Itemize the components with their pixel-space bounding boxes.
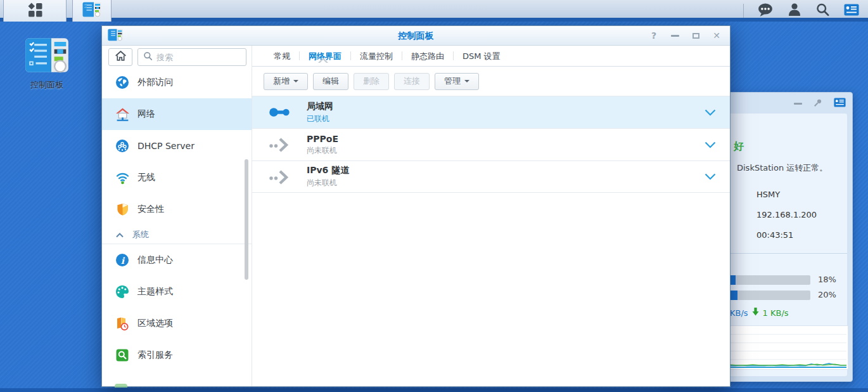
cpu-usage-bar xyxy=(719,275,810,285)
tab-traffic-control[interactable]: 流量控制 xyxy=(351,46,402,67)
search-icon[interactable] xyxy=(815,3,830,20)
chevron-up-icon xyxy=(116,228,124,240)
chevron-down-icon[interactable] xyxy=(705,109,716,116)
download-arrow-icon xyxy=(752,308,759,318)
caret-down-icon xyxy=(293,80,298,82)
dhcp-icon xyxy=(115,139,130,153)
sidebar-item-info-center[interactable]: i 信息中心 xyxy=(102,244,252,276)
interface-status: 尚未联机 xyxy=(307,178,349,188)
network-speed-row: KB/s 1 KB/s xyxy=(730,308,789,318)
download-speed-label: 1 KB/s xyxy=(763,308,789,318)
partial-next-item-icon xyxy=(115,384,127,388)
minimize-button[interactable] xyxy=(665,28,684,43)
main-menu-grid-icon xyxy=(28,3,42,20)
health-status: 好 xyxy=(734,140,744,154)
window-titlebar[interactable]: 控制面板 ? ✕ xyxy=(102,26,730,46)
window-title: 控制面板 xyxy=(102,30,730,42)
tab-dsm-settings[interactable]: DSM 设置 xyxy=(454,46,509,67)
sidebar-item-external-access[interactable]: 外部访问 xyxy=(102,67,252,98)
sidebar-item-dhcp-server[interactable]: DHCP Server xyxy=(102,130,252,162)
index-search-icon xyxy=(115,348,130,362)
sidebar-item-wireless[interactable]: 无线 xyxy=(102,162,252,193)
interface-row-ipv6-tunnel[interactable]: IPv6 隧道 尚未联机 xyxy=(252,160,730,193)
widget-minimize-icon[interactable] xyxy=(794,103,802,105)
widgets-panel-icon[interactable] xyxy=(844,4,859,18)
interface-row-lan[interactable]: 局域网 已联机 xyxy=(252,96,730,128)
taskbar xyxy=(0,0,868,22)
interface-status: 已联机 xyxy=(307,114,333,124)
server-name-value: HSMY xyxy=(756,190,780,199)
shield-icon xyxy=(115,202,130,216)
taskbar-right-tray xyxy=(743,0,859,22)
lan-connection-icon xyxy=(269,104,294,121)
shortcut-label: 控制面板 xyxy=(18,79,76,91)
desktop-shortcut-control-panel[interactable]: 控制面板 xyxy=(18,37,76,91)
sidebar-item-label: 索引服务 xyxy=(137,350,173,361)
ipv6-tunnel-icon xyxy=(269,169,294,185)
sidebar-item-network[interactable]: 网络 xyxy=(102,98,252,130)
caret-down-icon xyxy=(464,80,469,82)
palette-icon xyxy=(115,285,130,299)
maximize-icon xyxy=(692,33,699,39)
taskbar-separator xyxy=(743,4,744,18)
sidebar-scrollbar-thumb[interactable] xyxy=(245,159,248,280)
interface-status: 尚未联机 xyxy=(307,145,338,156)
main-menu-button[interactable] xyxy=(3,0,67,22)
chevron-down-icon[interactable] xyxy=(705,141,716,148)
sidebar-item-label: 区域选项 xyxy=(137,318,173,329)
health-message: DiskStation 运转正常。 xyxy=(737,162,827,174)
minimize-icon xyxy=(671,35,679,37)
interface-name: 局域网 xyxy=(307,101,333,112)
taskbar-control-panel-button[interactable] xyxy=(72,0,112,22)
sidebar-section-system[interactable]: 系统 xyxy=(102,225,252,244)
sidebar-item-label: DHCP Server xyxy=(137,141,195,151)
tab-general[interactable]: 常规 xyxy=(265,46,299,67)
search-input[interactable] xyxy=(156,53,233,62)
region-clock-icon xyxy=(115,317,130,331)
maximize-button[interactable] xyxy=(686,28,705,43)
control-panel-window: 控制面板 ? ✕ xyxy=(101,25,731,387)
uptime-value: 00:43:51 xyxy=(756,230,793,240)
sidebar-item-label: 安全性 xyxy=(137,204,164,215)
info-icon: i xyxy=(115,253,130,267)
edit-button[interactable]: 编辑 xyxy=(313,73,348,90)
delete-button: 删除 xyxy=(354,73,389,90)
sidebar-item-label: 无线 xyxy=(137,172,155,183)
section-label: 系统 xyxy=(132,229,149,240)
interface-name: PPPoE xyxy=(307,134,338,144)
network-home-icon xyxy=(115,107,130,122)
sidebar-item-label: 主题样式 xyxy=(137,286,173,297)
chevron-down-icon[interactable] xyxy=(705,173,716,180)
sidebar-item-regional-options[interactable]: 区域选项 xyxy=(102,308,252,339)
sidebar-item-theme[interactable]: 主题样式 xyxy=(102,276,252,308)
desktop-bottom-edge xyxy=(0,388,868,392)
pin-icon[interactable] xyxy=(814,98,822,110)
manage-button[interactable]: 管理 xyxy=(435,73,479,90)
globe-icon xyxy=(115,75,130,89)
sidebar-item-indexing-service[interactable]: 索引服务 xyxy=(102,339,252,371)
home-button[interactable] xyxy=(108,48,132,66)
upload-speed-label: KB/s xyxy=(730,308,748,318)
search-box[interactable] xyxy=(137,48,246,66)
widgets-panel-icon[interactable] xyxy=(834,98,846,110)
tabs-row: 常规 网络界面 流量控制 静态路由 DSM 设置 xyxy=(252,46,730,67)
ram-usage-bar xyxy=(719,291,810,300)
sidebar-item-label: 外部访问 xyxy=(137,77,173,88)
close-button[interactable]: ✕ xyxy=(707,28,726,43)
search-icon xyxy=(143,51,153,63)
add-button[interactable]: 新增 xyxy=(264,73,308,90)
user-icon[interactable] xyxy=(788,3,801,19)
help-button[interactable]: ? xyxy=(644,28,663,43)
ram-usage-label: 20% xyxy=(818,290,836,299)
control-panel-icon xyxy=(25,64,69,76)
sidebar-item-security[interactable]: 安全性 xyxy=(102,193,252,225)
sidebar-item-label: 网络 xyxy=(137,108,155,120)
content-panel: 常规 网络界面 流量控制 静态路由 DSM 设置 新增 编辑 xyxy=(252,46,730,386)
interface-row-pppoe[interactable]: PPPoE 尚未联机 xyxy=(252,128,730,160)
tab-static-route[interactable]: 静态路由 xyxy=(402,46,453,67)
control-panel-icon xyxy=(82,2,101,20)
chat-bubble-icon[interactable] xyxy=(758,3,774,20)
home-icon xyxy=(115,50,127,64)
cpu-usage-label: 18% xyxy=(818,275,836,284)
toolbar: 新增 编辑 删除 连接 管理 xyxy=(252,67,730,96)
